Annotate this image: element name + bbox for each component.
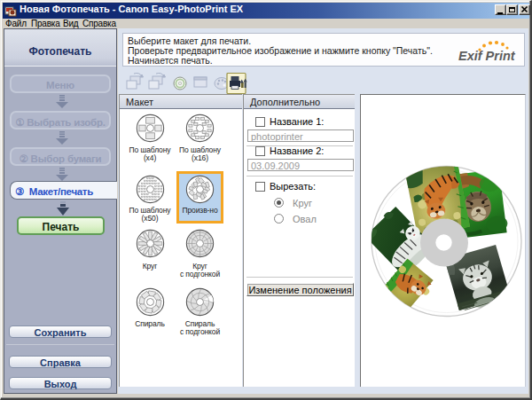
svg-text:Exif Print: Exif Print [458,49,516,63]
